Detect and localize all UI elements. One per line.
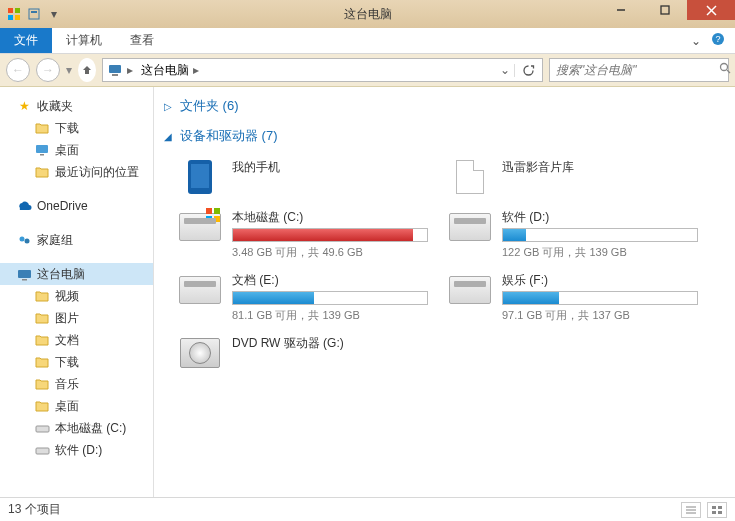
tree-drive-c[interactable]: 本地磁盘 (C:) — [0, 417, 153, 439]
address-dropdown-icon[interactable]: ⌄ — [496, 59, 514, 81]
tree-label: 桌面 — [55, 398, 79, 415]
tab-view[interactable]: 查看 — [116, 28, 168, 53]
view-tiles-button[interactable] — [707, 502, 727, 518]
svg-point-18 — [19, 236, 24, 241]
tree-label: 下载 — [55, 120, 79, 137]
hard-drive-icon — [179, 213, 221, 241]
svg-rect-2 — [8, 15, 13, 20]
capacity-text: 122 GB 可用，共 139 GB — [502, 245, 698, 260]
tree-label: 文档 — [55, 332, 79, 349]
svg-rect-26 — [206, 216, 212, 222]
svg-text:?: ? — [715, 34, 720, 44]
tree-downloads[interactable]: 下载 — [0, 117, 153, 139]
address-segment-root[interactable]: 这台电脑 ▸ — [137, 59, 203, 81]
svg-rect-24 — [206, 208, 212, 214]
capacity-bar — [232, 291, 428, 305]
tree-videos[interactable]: 视频 — [0, 285, 153, 307]
group-devices[interactable]: ◢ 设备和驱动器 (7) — [162, 121, 727, 151]
tree-label: 图片 — [55, 310, 79, 327]
device-item[interactable]: 娱乐 (F:)97.1 GB 可用，共 137 GB — [448, 270, 698, 323]
quick-access-toolbar: ▾ — [0, 6, 68, 22]
hard-drive-icon — [449, 276, 491, 304]
status-count: 13 个项目 — [8, 501, 61, 518]
device-item[interactable]: 迅雷影音片库 — [448, 157, 698, 197]
ribbon: 文件 计算机 查看 ⌄ ? — [0, 28, 735, 54]
tree-recent[interactable]: 最近访问的位置 — [0, 161, 153, 183]
window-title: 这台电脑 — [344, 6, 392, 23]
expand-arrow-icon[interactable]: ◢ — [162, 131, 174, 142]
device-name: 软件 (D:) — [502, 209, 698, 226]
svg-rect-4 — [29, 9, 39, 19]
svg-rect-3 — [15, 15, 20, 20]
address-bar[interactable]: ▸ 这台电脑 ▸ ⌄ — [102, 58, 543, 82]
nav-back-button[interactable]: ← — [6, 58, 30, 82]
tree-documents[interactable]: 文档 — [0, 329, 153, 351]
collapse-arrow-icon[interactable]: ▷ — [162, 101, 174, 112]
tree-label: 软件 (D:) — [55, 442, 102, 459]
folder-icon — [34, 376, 50, 392]
svg-rect-25 — [214, 208, 220, 214]
tree-desktop[interactable]: 桌面 — [0, 139, 153, 161]
tree-pictures[interactable]: 图片 — [0, 307, 153, 329]
drive-icon — [34, 420, 50, 436]
refresh-button[interactable] — [514, 64, 542, 77]
search-input[interactable] — [550, 63, 713, 77]
view-switcher — [681, 502, 727, 518]
svg-line-15 — [727, 70, 730, 73]
devices-grid: 我的手机迅雷影音片库本地磁盘 (C:)3.48 GB 可用，共 49.6 GB软… — [162, 151, 727, 383]
tree-label: 家庭组 — [37, 232, 73, 249]
folder-icon — [34, 310, 50, 326]
tab-computer[interactable]: 计算机 — [52, 28, 116, 53]
tree-favorites[interactable]: ★ 收藏夹 — [0, 95, 153, 117]
svg-point-19 — [24, 238, 29, 243]
qat-dropdown-icon[interactable]: ▾ — [46, 6, 62, 22]
device-item[interactable]: 我的手机 — [178, 157, 428, 197]
dvd-drive-icon — [180, 338, 220, 368]
search-icon[interactable] — [713, 62, 735, 78]
device-item[interactable]: 本地磁盘 (C:)3.48 GB 可用，共 49.6 GB — [178, 207, 428, 260]
tree-homegroup[interactable]: 家庭组 — [0, 229, 153, 251]
nav-tree: ★ 收藏夹 下载 桌面 最近访问的位置 OneDrive 家庭组 这台电脑 — [0, 87, 154, 497]
group-folders[interactable]: ▷ 文件夹 (6) — [162, 91, 727, 121]
tree-onedrive[interactable]: OneDrive — [0, 195, 153, 217]
minimize-button[interactable] — [599, 0, 643, 20]
ribbon-expand-icon[interactable]: ⌄ — [691, 34, 701, 48]
nav-recent-dropdown[interactable]: ▾ — [66, 63, 72, 77]
properties-icon[interactable] — [26, 6, 42, 22]
device-item[interactable]: DVD RW 驱动器 (G:) — [178, 333, 428, 373]
tree-thispc[interactable]: 这台电脑 — [0, 263, 153, 285]
tree-downloads2[interactable]: 下载 — [0, 351, 153, 373]
folder-icon — [34, 120, 50, 136]
address-pc-icon[interactable]: ▸ — [103, 59, 137, 81]
tree-music[interactable]: 音乐 — [0, 373, 153, 395]
tab-file[interactable]: 文件 — [0, 28, 52, 53]
group-label: 文件夹 (6) — [180, 97, 239, 115]
view-details-button[interactable] — [681, 502, 701, 518]
device-item[interactable]: 文档 (E:)81.1 GB 可用，共 139 GB — [178, 270, 428, 323]
maximize-button[interactable] — [643, 0, 687, 20]
svg-rect-22 — [36, 426, 49, 432]
homegroup-icon — [16, 232, 32, 248]
close-button[interactable] — [687, 0, 735, 20]
tree-drive-d[interactable]: 软件 (D:) — [0, 439, 153, 461]
nav-forward-button[interactable]: → — [36, 58, 60, 82]
tree-desktop2[interactable]: 桌面 — [0, 395, 153, 417]
nav-up-button[interactable] — [78, 58, 96, 82]
window-controls — [599, 0, 735, 20]
capacity-bar — [232, 228, 428, 242]
pc-icon — [16, 266, 32, 282]
device-name: 我的手机 — [232, 159, 428, 176]
device-item[interactable]: 软件 (D:)122 GB 可用，共 139 GB — [448, 207, 698, 260]
help-icon[interactable]: ? — [711, 32, 725, 49]
capacity-bar — [502, 228, 698, 242]
svg-rect-17 — [40, 154, 44, 156]
svg-rect-1 — [15, 8, 20, 13]
address-bar-row: ← → ▾ ▸ 这台电脑 ▸ ⌄ — [0, 54, 735, 87]
tree-label: 收藏夹 — [37, 98, 73, 115]
search-box[interactable] — [549, 58, 729, 82]
tree-label: 视频 — [55, 288, 79, 305]
folder-icon — [34, 288, 50, 304]
titlebar: ▾ 这台电脑 — [0, 0, 735, 28]
svg-rect-32 — [718, 506, 722, 509]
capacity-text: 97.1 GB 可用，共 137 GB — [502, 308, 698, 323]
